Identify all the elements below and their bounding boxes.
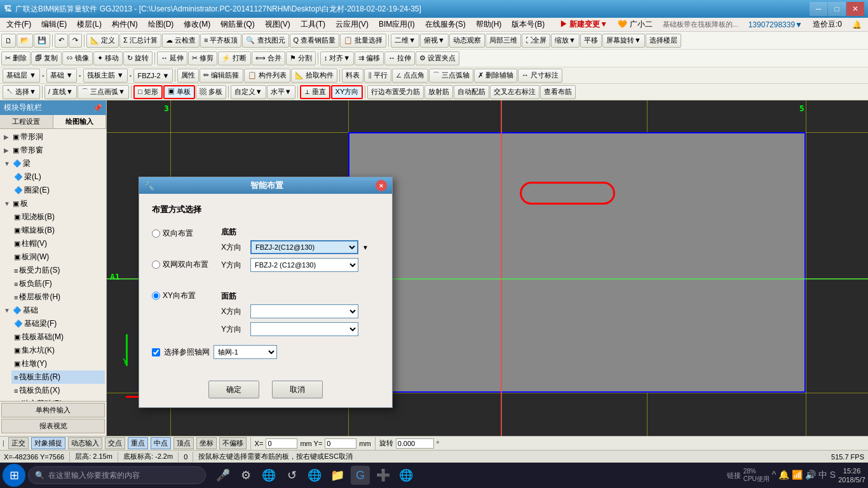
radio-bidirectional[interactable]: 双向布置 (152, 228, 208, 239)
taskbar-mic[interactable]: 🎤 (214, 466, 233, 485)
select-btn[interactable]: ↖ 选择▼ (3, 85, 40, 99)
canvas-area[interactable]: 3 5 A1 X Y (107, 100, 868, 436)
taskbar-refresh[interactable]: ↺ (282, 466, 301, 485)
tab-project-settings[interactable]: 工程设置 (0, 115, 53, 128)
property-btn[interactable]: 属性 (177, 69, 199, 83)
tree-item-raft-neg[interactable]: ≡筏板负筋(X) (11, 384, 105, 397)
confirm-btn[interactable]: 确定 (208, 381, 259, 398)
menu-bim[interactable]: BIM应用(I) (374, 18, 420, 31)
smart-layout-dialog[interactable]: 🔧 智能布置 × 布置方式选择 (139, 177, 393, 408)
menu-online[interactable]: 在线服务(S) (420, 18, 471, 31)
menu-version[interactable]: 版本号(B) (506, 18, 550, 31)
vertex-btn[interactable]: 顶点 (173, 437, 194, 449)
align-btn[interactable]: ↕ 对齐▼ (320, 51, 354, 65)
bottom-y-select[interactable]: FBZJ-2 (C12@130) (250, 258, 358, 272)
rotate-btn[interactable]: 屏幕旋转▼ (602, 34, 645, 48)
tree-item-floor-band[interactable]: ≡楼层板带(H) (11, 290, 105, 304)
stretch-btn[interactable]: ↔ 拉伸 (384, 51, 415, 65)
define-btn[interactable]: 📐 定义 (86, 34, 119, 48)
component-breadcrumb[interactable]: FBZJ-2 ▼ (133, 69, 173, 83)
top-view-btn[interactable]: 俯视▼ (420, 34, 449, 48)
radial-rebar-btn[interactable]: 放射筋 (424, 85, 453, 99)
cross-mark-btn[interactable]: 交叉左右标注 (490, 85, 539, 99)
vertical-btn[interactable]: ⊥ 垂直 (300, 85, 330, 99)
report-view-btn[interactable]: 报表视览 (1, 419, 105, 433)
taskbar-explorer[interactable]: 📁 (328, 466, 347, 485)
parallel-btn[interactable]: ∥ 平行 (364, 69, 391, 83)
multi-plate-btn[interactable]: ▩ 多板 (196, 85, 226, 99)
calc-btn[interactable]: Σ 汇总计算 (119, 34, 161, 48)
extend-btn[interactable]: ↔ 延伸 (157, 51, 187, 65)
intersect-btn[interactable]: 交点 (105, 437, 125, 449)
radio-dual-net-input[interactable] (152, 261, 160, 269)
menu-draw[interactable]: 绘图(D) (143, 18, 179, 31)
undo-btn[interactable]: ↶ (55, 34, 68, 48)
menu-modify[interactable]: 修改(M) (179, 18, 215, 31)
new-btn[interactable]: 🗋 (1, 34, 16, 48)
taskbar-g[interactable]: G (351, 466, 370, 485)
single-component-btn[interactable]: 单构件输入 (1, 403, 105, 417)
tree-item-column-cap[interactable]: ▣柱帽(V) (11, 237, 105, 250)
top-x-select[interactable] (250, 304, 358, 318)
align-top-btn[interactable]: ≡ 平齐板顶 (200, 34, 241, 48)
horizontal-btn[interactable]: 水平▼ (267, 85, 295, 99)
y-input[interactable] (325, 438, 356, 449)
menu-assistant[interactable]: 🧡 广小二 (613, 18, 657, 31)
tree-item-found-beam[interactable]: 🔷基础梁(F) (11, 317, 105, 330)
set-clamp-btn[interactable]: ⚙ 设置夹点 (416, 51, 459, 65)
point-angle-btn[interactable]: ∠ 点点角 (392, 69, 428, 83)
tree-item-strip-window[interactable]: ▶ ▣ 带形窗 (1, 144, 105, 157)
custom-btn[interactable]: 自定义▼ (231, 85, 266, 99)
save-btn[interactable]: 💾 (34, 34, 50, 48)
fullscreen-btn[interactable]: ⛶全屏 (522, 34, 550, 48)
break-btn[interactable]: ⚡ 打断 (218, 51, 250, 65)
select-floor-btn[interactable]: 选择楼层 (646, 34, 681, 48)
open-btn[interactable]: 📂 (17, 34, 33, 48)
arc-btn[interactable]: ⌒ 三点画弧▼ (78, 85, 129, 99)
find-btn[interactable]: 🔍 查找图元 (242, 34, 288, 48)
menu-tools[interactable]: 工具(T) (295, 18, 330, 31)
taskbar-browser[interactable]: 🌐 (305, 466, 324, 485)
menu-edit[interactable]: 编辑(E) (36, 18, 72, 31)
auto-rebar-btn[interactable]: 自动配筋 (454, 85, 489, 99)
menu-view[interactable]: 视图(V) (260, 18, 295, 31)
tree-item-sump[interactable]: ▣集水坑(K) (11, 344, 105, 357)
tree-item-slab-hole[interactable]: ▣板洞(W) (11, 250, 105, 264)
menu-notify[interactable]: 🔔 (847, 19, 867, 30)
menu-cloud[interactable]: 云应用(V) (330, 18, 374, 31)
no-offset-btn[interactable]: 不偏移 (219, 437, 247, 449)
tree-item-spiral-slab[interactable]: ▣螺旋板(B) (11, 224, 105, 237)
edge-rebar-btn[interactable]: 行边布置受力筋 (367, 85, 424, 99)
edit-stirrup-btn[interactable]: ✏ 编辑筋箍 (200, 69, 243, 83)
coord-btn[interactable]: 坐标 (196, 437, 217, 449)
menu-price[interactable]: 造价豆:0 (808, 18, 847, 31)
canvas-background[interactable]: 3 5 A1 X Y (107, 100, 868, 436)
tree-item-cast-slab[interactable]: ▣现浇板(B) (11, 210, 105, 224)
axis-ref-checkbox[interactable] (152, 348, 160, 356)
tree-item-strip-hole[interactable]: ▶ ▣ 带形洞 (1, 130, 105, 144)
menu-component[interactable]: 构件(N) (107, 18, 143, 31)
taskbar-plus[interactable]: ➕ (374, 466, 393, 485)
layer-breadcrumb[interactable]: 基础层 ▼ (3, 69, 40, 83)
start-btn[interactable]: ⊞ (3, 464, 25, 487)
radio-xy-input[interactable] (152, 292, 160, 300)
cancel-btn[interactable]: 取消 (272, 381, 323, 398)
ortho-btn[interactable]: 正交 (8, 437, 29, 449)
tree-item-raft[interactable]: ▣筏板基础(M) (11, 330, 105, 344)
taskbar-cortana[interactable]: ⚙ (236, 466, 255, 485)
menu-file[interactable]: 文件(F) (1, 18, 36, 31)
maximize-btn[interactable]: □ (828, 2, 846, 16)
tree-item-raft-rebar[interactable]: ≡筏板主筋(R) (11, 370, 105, 384)
close-btn[interactable]: ✕ (846, 2, 864, 16)
snap-btn[interactable]: 对象捕捉 (31, 437, 65, 449)
x-input[interactable] (266, 438, 297, 449)
tree-item-ring-beam[interactable]: 🔷圈梁(E) (11, 184, 105, 197)
cloud-check-btn[interactable]: ☁ 云检查 (162, 34, 200, 48)
tree-item-slab-rebar[interactable]: ≡板受力筋(S) (11, 264, 105, 277)
dynamic-view-btn[interactable]: 动态观察 (449, 34, 485, 48)
view-rebar-btn[interactable]: 查看布筋 (540, 85, 576, 99)
sidebar-pin-icon[interactable]: 📌 (93, 104, 102, 112)
dynamic-input-btn[interactable]: 动态输入 (68, 437, 102, 449)
mirror-btn[interactable]: ⇔ 镜像 (62, 51, 93, 65)
three-arc-btn[interactable]: ⌒ 三点弧轴 (429, 69, 473, 83)
